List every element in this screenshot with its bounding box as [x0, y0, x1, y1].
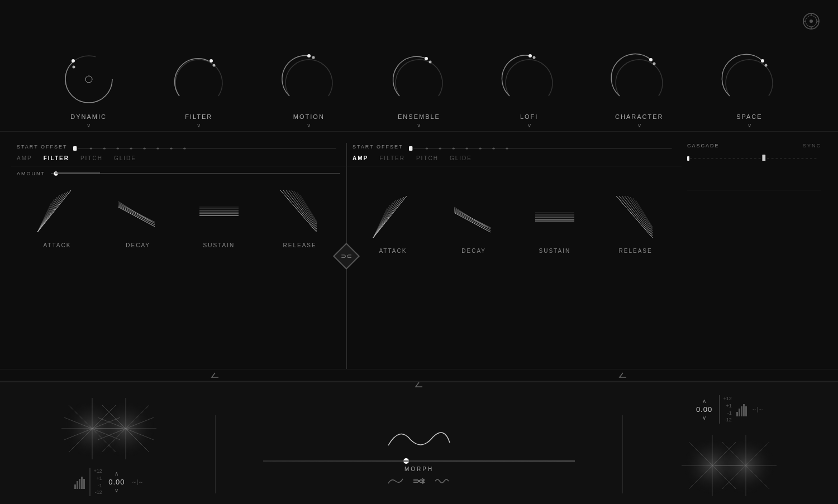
knob-space[interactable]	[718, 49, 780, 110]
tab-glide-left[interactable]: GLIDE	[114, 155, 136, 161]
svg-point-18	[528, 54, 532, 57]
pitch-down-left[interactable]: ∨	[115, 487, 118, 493]
pitch-minus1: -1	[98, 482, 102, 489]
pitch-down-right[interactable]: ∨	[702, 415, 706, 421]
pitch-up-left[interactable]: ∧	[115, 471, 118, 477]
tab-filter-right[interactable]: FILTER	[379, 155, 405, 161]
tab-filter-left[interactable]: FILTER	[44, 155, 69, 161]
cascade-slider[interactable]	[687, 153, 821, 161]
svg-line-43	[118, 206, 155, 225]
collapse-left-icon[interactable]	[210, 372, 221, 378]
svg-point-21	[653, 63, 656, 65]
bottom-expand-arrow[interactable]	[413, 380, 425, 390]
tab-pitch-right[interactable]: PITCH	[416, 155, 439, 161]
knob-character[interactable]	[608, 49, 670, 110]
waveform-icon-left: ～|～	[131, 478, 144, 486]
knob-label-character: CHARACTER	[615, 113, 663, 120]
morph-smooth-icon[interactable]	[387, 477, 404, 486]
chevron-dynamic[interactable]: ∨	[87, 122, 91, 128]
shape-decay-right: DECAY	[434, 188, 515, 369]
decay-shape-left[interactable]	[98, 182, 179, 238]
svg-point-28	[116, 148, 119, 150]
knob-dynamic[interactable]	[58, 49, 120, 110]
morph-wave-icon[interactable]	[434, 477, 451, 486]
svg-point-26	[89, 148, 92, 150]
envelope-left: START OFFSET AMP FI	[11, 143, 346, 369]
start-offset-label-left: START OFFSET	[17, 144, 68, 150]
pitch-up-right[interactable]: ∧	[702, 398, 706, 404]
svg-point-33	[183, 148, 185, 150]
bottom-section: +12 +1 -1 -12 ∧ 0.00 ∨ ～|～ < WITH THE BI…	[0, 381, 838, 504]
chevron-space[interactable]: ∨	[747, 122, 751, 128]
collapse-right-icon[interactable]	[617, 372, 628, 378]
svg-rect-99	[687, 156, 689, 161]
knob-group-character: CHARACTER ∨	[608, 49, 670, 128]
svg-point-10	[72, 59, 75, 63]
svg-point-27	[103, 148, 106, 150]
svg-line-93	[622, 196, 653, 234]
knob-label-dynamic: DYNAMIC	[70, 113, 107, 120]
svg-line-42	[118, 207, 155, 227]
decay-shape-right[interactable]	[434, 188, 515, 243]
svg-point-16	[425, 57, 428, 60]
svg-point-64	[425, 148, 428, 150]
shape-label-release-right: RELEASE	[619, 248, 653, 254]
release-shape-right[interactable]	[595, 188, 676, 243]
pitch-values-left: +12 +1 -1 -12	[89, 468, 102, 496]
offset-slider-left[interactable]	[73, 143, 340, 151]
instrument-visual-right	[673, 432, 785, 499]
svg-point-70	[506, 148, 508, 150]
amount-slider[interactable]	[51, 173, 340, 174]
knob-motion[interactable]	[278, 49, 340, 110]
knob-filter[interactable]	[168, 49, 230, 110]
knobs-section: DYNAMIC ∨ FILTER ∨ MOTION ∨	[0, 0, 838, 128]
cascade-label: CASCADE	[687, 143, 720, 148]
morph-shuffle-icon[interactable]	[412, 477, 426, 486]
svg-point-20	[649, 58, 653, 61]
svg-point-65	[439, 148, 441, 150]
chevron-filter[interactable]: ∨	[197, 122, 201, 128]
svg-point-23	[765, 64, 768, 67]
knob-lofi[interactable]	[498, 49, 560, 110]
attack-shape-right[interactable]	[353, 188, 434, 243]
svg-rect-24	[73, 146, 77, 151]
tab-glide-right[interactable]: GLIDE	[450, 155, 472, 161]
shape-label-sustain-right: SUSTAIN	[539, 248, 571, 254]
svg-rect-62	[409, 146, 412, 151]
svg-point-66	[452, 148, 455, 150]
env-shapes-right: ATTACK DECAY	[347, 188, 682, 369]
knob-group-lofi: LOFI ∨	[498, 49, 560, 128]
shape-label-sustain-left: SUSTAIN	[203, 242, 235, 248]
env-shapes-left: ATTACK DECAY	[11, 182, 346, 369]
svg-point-9	[85, 76, 92, 83]
tab-amp-left[interactable]: AMP	[17, 155, 32, 161]
pitch-plus1: +1	[97, 475, 102, 482]
morph-slider[interactable]	[263, 460, 575, 462]
sustain-shape-left[interactable]	[179, 182, 260, 238]
pitch-minus1-right: -1	[727, 410, 732, 417]
settings-icon[interactable]	[801, 11, 821, 33]
shape-label-decay-left: DECAY	[126, 242, 150, 248]
morph-slider-row	[263, 460, 575, 462]
shape-attack-right: ATTACK	[353, 188, 434, 369]
tab-pitch-left[interactable]: PITCH	[80, 155, 103, 161]
env-tabs-right: AMP FILTER PITCH GLIDE	[347, 155, 682, 161]
release-shape-left[interactable]	[259, 182, 340, 238]
mini-bars-right	[736, 403, 747, 416]
knob-ensemble[interactable]	[388, 49, 450, 110]
chevron-character[interactable]: ∨	[637, 122, 641, 128]
instrument-right-panel: ∧ 0.00 ∨ +12 +1 -1 -12 ～|～	[631, 395, 827, 504]
offset-slider-right[interactable]	[409, 143, 676, 151]
tab-amp-right[interactable]: AMP	[353, 155, 368, 161]
knob-group-space: SPACE ∨	[718, 49, 780, 128]
sustain-shape-right[interactable]	[515, 188, 596, 243]
knob-group-dynamic: DYNAMIC ∨	[58, 49, 120, 128]
chevron-lofi[interactable]: ∨	[527, 122, 531, 128]
svg-line-47	[118, 201, 149, 221]
attack-shape-left[interactable]	[17, 182, 98, 238]
pitch-plus12: +12	[94, 468, 102, 475]
morph-center: MORPH	[224, 423, 614, 486]
chevron-ensemble[interactable]: ∨	[417, 122, 421, 128]
chevron-motion[interactable]: ∨	[307, 122, 311, 128]
knob-label-ensemble: ENSEMBLE	[398, 113, 440, 120]
